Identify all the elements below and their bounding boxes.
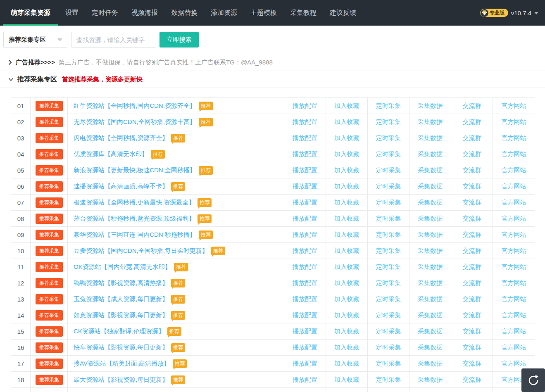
action-link[interactable]: 采集数据 xyxy=(418,183,443,190)
nav-item[interactable]: 数据替换 xyxy=(171,9,198,17)
action-link[interactable]: 播放配置 xyxy=(293,215,317,223)
action-link[interactable]: 加入收藏 xyxy=(334,295,359,303)
resource-name-link[interactable]: 茅台资源站【秒拖秒播,蓝光资源,顶级福利】 xyxy=(74,215,195,223)
version-menu[interactable]: 专业版 v10.7.4 xyxy=(480,0,538,26)
resource-name-link[interactable]: 快车资源站【影视资源,每日更新】 xyxy=(74,344,168,352)
action-link[interactable]: 官方网站 xyxy=(502,360,526,368)
action-link[interactable]: 加入收藏 xyxy=(334,134,359,142)
resource-name-link[interactable]: OK资源站【国内带宽,高清无水印】 xyxy=(74,263,171,271)
action-link[interactable]: 交流群 xyxy=(463,279,481,287)
action-link[interactable]: 定时采集 xyxy=(376,134,401,142)
nav-item[interactable]: 添加资源 xyxy=(211,9,237,17)
action-link[interactable]: 定时采集 xyxy=(376,279,401,287)
action-link[interactable]: 交流群 xyxy=(463,360,481,368)
action-link[interactable]: 定时采集 xyxy=(376,311,401,319)
action-link[interactable]: 官方网站 xyxy=(502,247,526,255)
resource-name-link[interactable]: 搜AV资源站【精美封面,高清播放】 xyxy=(74,360,170,368)
refresh-button[interactable] xyxy=(521,368,545,392)
action-link[interactable]: 交流群 xyxy=(463,231,481,239)
action-link[interactable]: 定时采集 xyxy=(376,166,401,174)
action-link[interactable]: 播放配置 xyxy=(293,360,317,368)
action-link[interactable]: 采集数据 xyxy=(418,134,443,142)
action-link[interactable]: 加入收藏 xyxy=(334,328,359,335)
action-link[interactable]: 播放配置 xyxy=(293,263,317,271)
action-link[interactable]: 官方网站 xyxy=(502,215,526,223)
action-link[interactable]: 交流群 xyxy=(463,295,481,303)
action-link[interactable]: 播放配置 xyxy=(293,328,317,335)
action-link[interactable]: 采集数据 xyxy=(418,102,443,110)
action-link[interactable]: 交流群 xyxy=(463,247,481,255)
action-link[interactable]: 采集数据 xyxy=(418,279,443,287)
action-link[interactable]: 加入收藏 xyxy=(334,360,359,368)
action-link[interactable]: 定时采集 xyxy=(376,231,401,239)
action-link[interactable]: 交流群 xyxy=(463,263,481,271)
action-link[interactable]: 播放配置 xyxy=(293,344,317,352)
action-link[interactable]: 采集数据 xyxy=(418,118,443,126)
action-link[interactable]: 官方网站 xyxy=(502,231,526,239)
action-link[interactable]: 采集数据 xyxy=(418,360,443,368)
action-link[interactable]: 加入收藏 xyxy=(334,279,359,287)
action-link[interactable]: 采集数据 xyxy=(418,150,443,158)
section-header[interactable]: 推荐采集专区 首选推荐采集，资源多更新快 xyxy=(0,71,545,88)
action-link[interactable]: 加入收藏 xyxy=(334,247,359,255)
action-link[interactable]: 播放配置 xyxy=(293,295,317,303)
action-link[interactable]: 采集数据 xyxy=(418,376,443,384)
action-link[interactable]: 采集数据 xyxy=(418,231,443,239)
action-link[interactable]: 定时采集 xyxy=(376,344,401,352)
nav-item[interactable]: 视频海报 xyxy=(131,9,158,17)
action-link[interactable]: 交流群 xyxy=(463,183,481,190)
action-link[interactable]: 官方网站 xyxy=(502,134,526,142)
action-link[interactable]: 交流群 xyxy=(463,376,481,384)
action-link[interactable]: 采集数据 xyxy=(418,328,443,335)
action-link[interactable]: 官方网站 xyxy=(502,295,526,303)
action-link[interactable]: 定时采集 xyxy=(376,183,401,190)
action-link[interactable]: 加入收藏 xyxy=(334,102,359,110)
action-link[interactable]: 加入收藏 xyxy=(334,150,359,158)
action-link[interactable]: 采集数据 xyxy=(418,247,443,255)
action-link[interactable]: 交流群 xyxy=(463,134,481,142)
action-link[interactable]: 官方网站 xyxy=(502,311,526,319)
action-link[interactable]: 官方网站 xyxy=(502,183,526,190)
action-link[interactable]: 定时采集 xyxy=(376,376,401,384)
resource-name-link[interactable]: 无尽资源站【国内CDN,全网秒播,资源丰富】 xyxy=(74,118,196,126)
action-link[interactable]: 定时采集 xyxy=(376,102,401,110)
resource-name-link[interactable]: 豪华资源站【三网直连 国内CDN 秒拖秒播】 xyxy=(74,231,196,239)
action-link[interactable]: 播放配置 xyxy=(293,199,317,207)
action-link[interactable]: 交流群 xyxy=(463,344,481,352)
action-link[interactable]: 采集数据 xyxy=(418,199,443,207)
action-link[interactable]: 定时采集 xyxy=(376,199,401,207)
action-link[interactable]: 播放配置 xyxy=(293,118,317,126)
action-link[interactable]: 定时采集 xyxy=(376,247,401,255)
resource-name-link[interactable]: CK资源站【独家翻译,伦理资源】 xyxy=(74,328,164,335)
action-link[interactable]: 官方网站 xyxy=(502,344,526,352)
action-link[interactable]: 定时采集 xyxy=(376,295,401,303)
action-link[interactable]: 定时采集 xyxy=(376,215,401,223)
action-link[interactable]: 播放配置 xyxy=(293,150,317,158)
action-link[interactable]: 交流群 xyxy=(463,311,481,319)
action-link[interactable]: 官方网站 xyxy=(502,102,526,110)
resource-name-link[interactable]: 新浪资源站【更新最快,极速CDN,全网秒播】 xyxy=(74,166,196,174)
resource-name-link[interactable]: 豆瓣资源站【国内CDN,全国秒播,每日实时更新】 xyxy=(74,247,208,255)
resource-name-link[interactable]: 红牛资源站【全网秒播,国内CDN,资源齐全】 xyxy=(74,102,196,110)
action-link[interactable]: 采集数据 xyxy=(418,215,443,223)
action-link[interactable]: 官方网站 xyxy=(502,150,526,158)
nav-item[interactable]: 定时任务 xyxy=(92,9,118,17)
action-link[interactable]: 定时采集 xyxy=(376,150,401,158)
resource-name-link[interactable]: 玉兔资源站【成人资源,每日更新】 xyxy=(74,295,168,303)
action-link[interactable]: 交流群 xyxy=(463,150,481,158)
resource-name-link[interactable]: 最大资源站【影视资源,每日更新】 xyxy=(74,376,168,384)
resource-name-link[interactable]: 极速资源站【全网秒播,更新最快,资源最全】 xyxy=(74,199,195,207)
action-link[interactable]: 播放配置 xyxy=(293,247,317,255)
action-link[interactable]: 交流群 xyxy=(463,215,481,223)
action-link[interactable]: 播放配置 xyxy=(293,134,317,142)
resource-name-link[interactable]: 闪电资源站【全网秒播,资源齐全】 xyxy=(74,134,168,142)
action-link[interactable]: 定时采集 xyxy=(376,263,401,271)
action-link[interactable]: 加入收藏 xyxy=(334,199,359,207)
action-link[interactable]: 交流群 xyxy=(463,166,481,174)
nav-item[interactable]: 建议反馈 xyxy=(330,9,356,17)
action-link[interactable]: 采集数据 xyxy=(418,263,443,271)
search-input[interactable] xyxy=(71,32,156,48)
action-link[interactable]: 加入收藏 xyxy=(334,231,359,239)
action-link[interactable]: 定时采集 xyxy=(376,360,401,368)
resource-name-link[interactable]: 优质资源库【高清无水印】 xyxy=(74,150,148,158)
